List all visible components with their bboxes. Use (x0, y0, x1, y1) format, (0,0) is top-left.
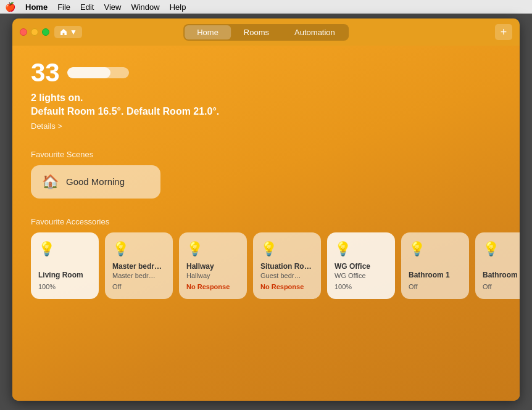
main-content: 33 2 lights on. Default Room 16.5°. Defa… (12, 46, 520, 401)
accessory-status: Off (483, 283, 520, 290)
menu-window[interactable]: Window (131, 2, 159, 12)
app-window: ▼ Home Rooms Automation + 33 2 lights on… (12, 18, 520, 401)
scene-name: Good Morning (66, 176, 125, 187)
bulb-icon: 💡 (38, 241, 91, 257)
accessory-status: 100% (38, 283, 91, 290)
accessory-status: Off (112, 283, 165, 290)
bulb-icon: 💡 (409, 241, 462, 257)
menu-bar: 🍎 Home File Edit View Window Help (0, 0, 532, 14)
home-nav-button[interactable]: ▼ (54, 26, 82, 38)
temp-bar (67, 67, 129, 78)
accessories-grid: 💡 Living Room 100% 💡 Master bedr… Master… (31, 232, 501, 299)
tab-home[interactable]: Home (185, 25, 231, 39)
accessory-status: No Response (186, 283, 239, 290)
accessory-bathroom-1[interactable]: 💡 Bathroom 1 Off (401, 232, 469, 299)
bulb-icon: 💡 (483, 241, 520, 257)
add-button[interactable]: + (495, 24, 512, 40)
close-button[interactable] (20, 28, 27, 36)
menu-help[interactable]: Help (170, 2, 186, 12)
accessory-living-room[interactable]: 💡 Living Room 100% (31, 232, 99, 299)
title-bar: ▼ Home Rooms Automation + (12, 18, 520, 46)
maximize-button[interactable] (42, 28, 49, 36)
scene-home-icon: 🏠 (42, 174, 59, 190)
status-line2: Default Room 16.5°. Default Room 21.0°. (31, 105, 501, 118)
accessory-name: Bathroom 1 (409, 271, 462, 281)
bulb-icon: 💡 (186, 241, 239, 257)
accessory-name: Master bedr… (112, 262, 165, 272)
tabs-container: Home Rooms Automation (183, 24, 349, 41)
status-text: 2 lights on. Default Room 16.5°. Default… (31, 91, 501, 131)
accessory-name: Hallway (186, 262, 239, 272)
scenes-label: Favourite Scenes (31, 150, 501, 159)
accessory-name: Living Room (38, 271, 91, 281)
accessories-label: Favourite Accessories (31, 217, 501, 226)
accessory-sub: Hallway (186, 271, 239, 280)
menu-file[interactable]: File (57, 2, 70, 12)
accessory-status: 100% (335, 283, 388, 290)
accessory-name: Situation Ro… (260, 262, 314, 272)
accessory-bathroom-2[interactable]: 💡 Bathroom 2 Off (475, 232, 520, 299)
scene-good-morning[interactable]: 🏠 Good Morning (31, 165, 160, 199)
status-line1: 2 lights on. (31, 91, 501, 105)
temperature-display: 33 (31, 58, 60, 88)
traffic-lights (20, 28, 49, 36)
accessory-name: WG Office (335, 262, 388, 272)
accessory-wg-office[interactable]: 💡 WG Office WG Office 100% (327, 232, 395, 299)
details-link[interactable]: Details > (31, 121, 62, 131)
accessory-sub: WG Office (335, 271, 388, 280)
bulb-icon: 💡 (335, 241, 388, 257)
tab-rooms[interactable]: Rooms (231, 25, 281, 39)
accessory-master-bedroom[interactable]: 💡 Master bedr… Master bedr… Off (105, 232, 173, 299)
bulb-icon: 💡 (112, 241, 165, 257)
menu-view[interactable]: View (104, 2, 121, 12)
accessory-name: Bathroom 2 (483, 271, 520, 281)
accessory-sub: Master bedr… (112, 271, 165, 280)
accessories-section: Favourite Accessories 💡 Living Room 100%… (31, 217, 501, 299)
menu-edit[interactable]: Edit (80, 2, 94, 12)
bulb-icon: 💡 (260, 241, 314, 257)
accessory-status: Off (409, 283, 462, 290)
apple-menu[interactable]: 🍎 (5, 2, 15, 12)
accessory-situation-room[interactable]: 💡 Situation Ro… Guest bedr… No Response (253, 232, 321, 299)
accessory-sub: Guest bedr… (260, 271, 314, 280)
menu-home[interactable]: Home (25, 2, 48, 12)
temp-bar-fill (67, 67, 110, 78)
accessory-hallway[interactable]: 💡 Hallway Hallway No Response (179, 232, 247, 299)
minimize-button[interactable] (31, 28, 38, 36)
stats-row: 33 (31, 58, 501, 88)
accessory-status: No Response (260, 283, 314, 290)
tab-automation[interactable]: Automation (282, 25, 347, 39)
